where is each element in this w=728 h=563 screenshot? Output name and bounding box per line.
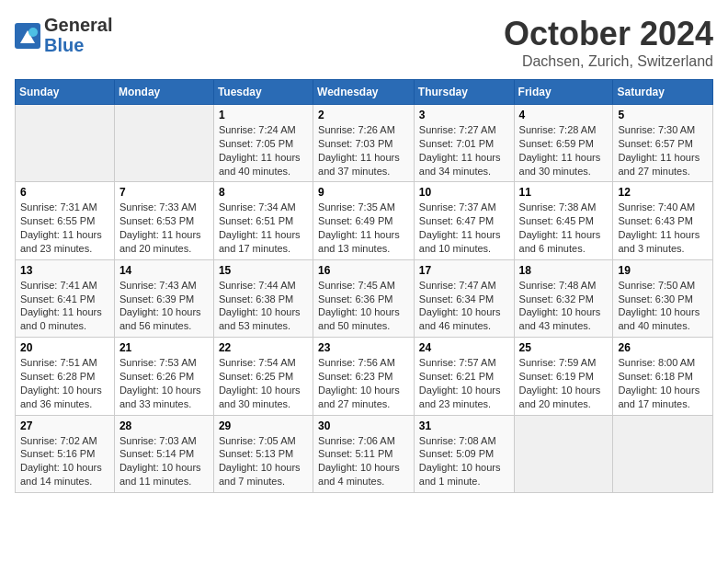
calendar-table: SundayMondayTuesdayWednesdayThursdayFrid… [15, 79, 713, 493]
calendar-cell: 4 Sunrise: 7:28 AM Sunset: 6:59 PM Dayli… [514, 105, 613, 182]
daylight-text: Daylight: 10 hours and 43 minutes. [519, 306, 601, 331]
sunset-text: Sunset: 5:14 PM [119, 448, 194, 459]
page-header: General Blue October 2024 Dachsen, Zuric… [15, 15, 713, 70]
daylight-text: Daylight: 11 hours and 40 minutes. [219, 152, 301, 177]
day-info: Sunrise: 7:51 AM Sunset: 6:28 PM Dayligh… [20, 356, 109, 410]
daylight-text: Daylight: 11 hours and 0 minutes. [20, 306, 102, 331]
day-number: 23 [318, 341, 409, 354]
calendar-week-row: 13 Sunrise: 7:41 AM Sunset: 6:41 PM Dayl… [16, 259, 713, 337]
day-info: Sunrise: 7:59 AM Sunset: 6:19 PM Dayligh… [519, 356, 609, 410]
day-number: 24 [419, 341, 509, 354]
weekday-header-cell: Sunday [16, 80, 115, 105]
daylight-text: Daylight: 11 hours and 34 minutes. [419, 152, 501, 177]
day-info: Sunrise: 7:06 AM Sunset: 5:11 PM Dayligh… [318, 434, 409, 488]
day-info: Sunrise: 7:03 AM Sunset: 5:14 PM Dayligh… [119, 434, 209, 488]
sunrise-text: Sunrise: 7:26 AM [318, 124, 395, 135]
sunrise-text: Sunrise: 7:06 AM [318, 435, 395, 446]
logo-general-text: General [44, 15, 112, 35]
day-info: Sunrise: 7:35 AM Sunset: 6:49 PM Dayligh… [318, 201, 409, 255]
calendar-cell: 2 Sunrise: 7:26 AM Sunset: 7:03 PM Dayli… [313, 105, 415, 182]
sunrise-text: Sunrise: 7:53 AM [119, 357, 197, 368]
daylight-text: Daylight: 10 hours and 7 minutes. [219, 462, 301, 487]
calendar-cell: 10 Sunrise: 7:37 AM Sunset: 6:47 PM Dayl… [414, 182, 514, 259]
sunrise-text: Sunrise: 7:59 AM [519, 357, 597, 368]
logo-icon [15, 23, 40, 49]
sunrise-text: Sunrise: 7:08 AM [419, 435, 496, 446]
calendar-cell: 16 Sunrise: 7:45 AM Sunset: 6:36 PM Dayl… [313, 259, 415, 337]
day-number: 7 [119, 186, 209, 199]
sunrise-text: Sunrise: 7:31 AM [20, 201, 97, 213]
daylight-text: Daylight: 10 hours and 33 minutes. [119, 385, 201, 409]
sunset-text: Sunset: 6:57 PM [618, 138, 692, 149]
daylight-text: Daylight: 10 hours and 46 minutes. [419, 306, 501, 331]
day-number: 9 [318, 186, 409, 199]
weekday-header-cell: Tuesday [213, 80, 313, 105]
day-info: Sunrise: 7:40 AM Sunset: 6:43 PM Dayligh… [618, 201, 708, 255]
sunrise-text: Sunrise: 7:44 AM [219, 280, 296, 291]
daylight-text: Daylight: 10 hours and 20 minutes. [519, 385, 601, 409]
day-info: Sunrise: 7:05 AM Sunset: 5:13 PM Dayligh… [219, 434, 308, 488]
weekday-header-cell: Saturday [613, 80, 713, 105]
weekday-header-cell: Friday [514, 80, 613, 105]
day-info: Sunrise: 7:34 AM Sunset: 6:51 PM Dayligh… [219, 201, 308, 255]
day-number: 15 [219, 264, 308, 277]
sunset-text: Sunset: 6:59 PM [519, 138, 594, 149]
calendar-cell: 26 Sunrise: 8:00 AM Sunset: 6:18 PM Dayl… [613, 338, 713, 415]
sunrise-text: Sunrise: 7:47 AM [419, 280, 496, 291]
calendar-cell: 3 Sunrise: 7:27 AM Sunset: 7:01 PM Dayli… [414, 105, 514, 182]
sunrise-text: Sunrise: 7:51 AM [20, 357, 97, 368]
day-info: Sunrise: 7:53 AM Sunset: 6:26 PM Dayligh… [119, 356, 209, 410]
sunset-text: Sunset: 6:39 PM [119, 293, 194, 304]
sunrise-text: Sunrise: 7:54 AM [219, 357, 296, 368]
calendar-cell: 22 Sunrise: 7:54 AM Sunset: 6:25 PM Dayl… [213, 338, 313, 415]
day-info: Sunrise: 7:57 AM Sunset: 6:21 PM Dayligh… [419, 356, 509, 410]
sunset-text: Sunset: 5:13 PM [219, 448, 293, 459]
day-number: 21 [119, 341, 209, 354]
daylight-text: Daylight: 10 hours and 14 minutes. [20, 462, 102, 487]
sunset-text: Sunset: 6:43 PM [618, 215, 692, 226]
sunset-text: Sunset: 6:45 PM [519, 215, 594, 226]
weekday-header-cell: Thursday [414, 80, 514, 105]
svg-point-2 [28, 28, 38, 37]
sunrise-text: Sunrise: 7:48 AM [519, 280, 597, 291]
daylight-text: Daylight: 10 hours and 56 minutes. [119, 306, 201, 331]
day-number: 5 [618, 109, 708, 121]
sunset-text: Sunset: 6:36 PM [318, 293, 392, 304]
sunrise-text: Sunrise: 7:05 AM [219, 435, 296, 446]
calendar-cell: 15 Sunrise: 7:44 AM Sunset: 6:38 PM Dayl… [213, 259, 313, 337]
logo-blue-text: Blue [44, 35, 112, 55]
sunrise-text: Sunrise: 7:34 AM [219, 201, 296, 213]
calendar-cell: 30 Sunrise: 7:06 AM Sunset: 5:11 PM Dayl… [313, 415, 415, 492]
calendar-cell: 31 Sunrise: 7:08 AM Sunset: 5:09 PM Dayl… [414, 415, 514, 492]
day-number: 17 [419, 264, 509, 277]
day-info: Sunrise: 7:50 AM Sunset: 6:30 PM Dayligh… [618, 279, 708, 333]
day-info: Sunrise: 7:43 AM Sunset: 6:39 PM Dayligh… [119, 279, 209, 333]
sunrise-text: Sunrise: 7:35 AM [318, 201, 395, 213]
daylight-text: Daylight: 11 hours and 17 minutes. [219, 229, 301, 254]
day-info: Sunrise: 8:00 AM Sunset: 6:18 PM Dayligh… [618, 356, 708, 410]
day-info: Sunrise: 7:26 AM Sunset: 7:03 PM Dayligh… [318, 123, 409, 178]
calendar-cell: 6 Sunrise: 7:31 AM Sunset: 6:55 PM Dayli… [16, 182, 115, 259]
sunset-text: Sunset: 6:53 PM [119, 215, 194, 226]
day-info: Sunrise: 7:44 AM Sunset: 6:38 PM Dayligh… [219, 279, 308, 333]
calendar-cell: 14 Sunrise: 7:43 AM Sunset: 6:39 PM Dayl… [114, 259, 213, 337]
day-info: Sunrise: 7:33 AM Sunset: 6:53 PM Dayligh… [119, 201, 209, 255]
calendar-cell [514, 415, 613, 492]
calendar-cell: 11 Sunrise: 7:38 AM Sunset: 6:45 PM Dayl… [514, 182, 613, 259]
sunset-text: Sunset: 6:26 PM [119, 371, 194, 382]
day-number: 10 [419, 186, 509, 199]
calendar-cell [16, 105, 115, 182]
day-number: 13 [20, 264, 109, 277]
day-info: Sunrise: 7:02 AM Sunset: 5:16 PM Dayligh… [20, 434, 109, 488]
calendar-week-row: 1 Sunrise: 7:24 AM Sunset: 7:05 PM Dayli… [16, 105, 713, 182]
day-number: 14 [119, 264, 209, 277]
daylight-text: Daylight: 10 hours and 1 minute. [419, 462, 501, 487]
sunset-text: Sunset: 6:47 PM [419, 215, 494, 226]
day-number: 11 [519, 186, 609, 199]
sunset-text: Sunset: 6:55 PM [20, 215, 95, 226]
calendar-cell: 12 Sunrise: 7:40 AM Sunset: 6:43 PM Dayl… [613, 182, 713, 259]
sunrise-text: Sunrise: 7:24 AM [219, 124, 296, 135]
sunrise-text: Sunrise: 7:27 AM [419, 124, 496, 135]
day-info: Sunrise: 7:24 AM Sunset: 7:05 PM Dayligh… [219, 123, 308, 178]
calendar-cell: 25 Sunrise: 7:59 AM Sunset: 6:19 PM Dayl… [514, 338, 613, 415]
